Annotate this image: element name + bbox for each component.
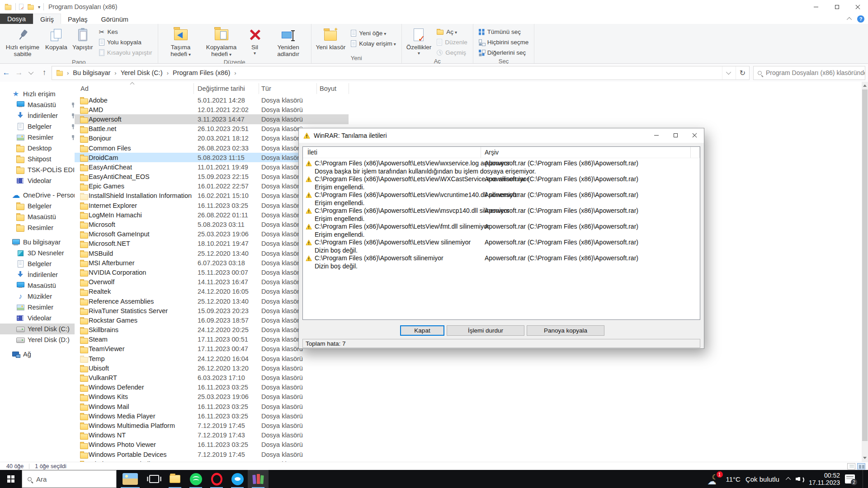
table-row[interactable]: Windows NT 7.12.2019 17:43 Dosya klasörü bbox=[75, 431, 349, 440]
sidebar-item[interactable]: İndirilenler bbox=[0, 110, 75, 121]
table-row[interactable]: Windows Portable Devices 7.12.2019 17:45… bbox=[75, 450, 349, 459]
show-desktop-button[interactable] bbox=[863, 470, 865, 488]
forward-button[interactable]: → bbox=[13, 66, 25, 80]
sidebar-item[interactable]: Resimler bbox=[0, 222, 75, 233]
large-icons-view-icon[interactable] bbox=[857, 463, 865, 469]
scroll-up-icon[interactable] bbox=[863, 84, 867, 87]
sidebar-item[interactable]: Desktop bbox=[0, 143, 75, 154]
sidebar-item[interactable]: Belgeler bbox=[0, 121, 75, 132]
sidebar-item[interactable] bbox=[0, 233, 75, 237]
copy-button[interactable]: Kopyala bbox=[43, 26, 69, 52]
sidebar-item[interactable]: OneDrive - Personal bbox=[0, 190, 75, 201]
diagnostic-message[interactable]: C:\Program Files (x86)\Apowersoft\LetsVi… bbox=[303, 223, 700, 239]
winrar-button[interactable] bbox=[248, 470, 269, 488]
new-item-button[interactable]: Yeni öğe bbox=[348, 28, 399, 38]
sidebar-item[interactable]: Yerel Disk (C:) bbox=[0, 324, 75, 334]
tray-overflow-icon[interactable] bbox=[786, 477, 791, 482]
qat-customize-caret-icon[interactable]: ▾ bbox=[38, 5, 40, 9]
sidebar-item[interactable]: 3D Nesneler bbox=[0, 248, 75, 258]
tab-home[interactable]: Giriş bbox=[33, 14, 61, 24]
table-row[interactable]: Windows Multimedia Platform 7.12.2019 17… bbox=[75, 421, 349, 430]
search-input[interactable]: Program Dosyaları (x86) klasöründe a... bbox=[753, 66, 865, 80]
rename-button[interactable]: Yeniden adlandır bbox=[269, 26, 308, 58]
invert-selection-button[interactable]: Diğerlerini seç bbox=[476, 48, 532, 57]
minimize-button[interactable] bbox=[806, 0, 826, 14]
scroll-down-icon[interactable] bbox=[863, 457, 867, 459]
open-button[interactable]: Aç bbox=[434, 27, 470, 37]
sidebar-item[interactable]: Videolar bbox=[0, 175, 75, 186]
tab-share[interactable]: Paylaş bbox=[61, 14, 94, 24]
copy-to-clipboard-button[interactable]: Panoya kopyala bbox=[527, 325, 604, 336]
delete-button[interactable]: Sil bbox=[242, 26, 268, 56]
temperature[interactable]: 11°C bbox=[726, 475, 741, 483]
action-center-icon[interactable]: 2 bbox=[845, 474, 855, 483]
sidebar-item[interactable] bbox=[0, 345, 75, 349]
stop-operation-button[interactable]: İşlemi durdur bbox=[447, 325, 524, 336]
table-row[interactable]: AMD 12.01.2021 22:02 Dosya klasörü bbox=[75, 105, 349, 114]
breadcrumb-item[interactable]: Bu bilgisayar bbox=[72, 69, 111, 76]
sidebar-item[interactable]: Belgeler bbox=[0, 201, 75, 211]
diagnostic-message[interactable]: C:\Program Files (x86)\Apowersoft\LetsVi… bbox=[303, 191, 700, 207]
weather-condition[interactable]: Çok bulutlu bbox=[745, 475, 779, 483]
back-button[interactable]: ← bbox=[0, 66, 13, 80]
refresh-icon[interactable]: ↻ bbox=[736, 66, 749, 80]
table-row[interactable]: VulkanRT 6.03.2023 17:10 Dosya klasörü bbox=[75, 373, 349, 382]
edit-button[interactable]: Düzenle bbox=[434, 38, 470, 47]
sidebar-item[interactable]: Müzikler bbox=[0, 291, 75, 302]
recent-locations-icon[interactable] bbox=[25, 66, 38, 80]
breadcrumb-item[interactable]: Yerel Disk (C:) bbox=[120, 69, 164, 76]
easy-access-button[interactable]: Kolay erişim bbox=[348, 39, 399, 48]
taskbar-search-input[interactable]: Ara bbox=[22, 470, 117, 488]
breadcrumb[interactable]: › Bu bilgisayar › Yerel Disk (C:) › Prog… bbox=[52, 66, 750, 80]
paste-shortcut-button[interactable]: Kısayolu yapıştır bbox=[96, 48, 155, 57]
cut-button[interactable]: ✂Kes bbox=[96, 27, 155, 37]
column-divider[interactable] bbox=[316, 83, 317, 94]
move-to-button[interactable]: Taşıma hedefi bbox=[161, 26, 201, 58]
close-button[interactable] bbox=[847, 0, 868, 14]
sidebar-item[interactable]: TSK-POLİS EDIT bbox=[0, 164, 75, 175]
task-view-button[interactable] bbox=[144, 470, 165, 488]
column-header-size[interactable]: Boyut bbox=[320, 85, 336, 92]
new-folder-quick-icon[interactable] bbox=[28, 4, 34, 10]
sidebar-item[interactable]: Masaüstü bbox=[0, 280, 75, 291]
sidebar-item[interactable]: Shitpost bbox=[0, 154, 75, 164]
select-all-button[interactable]: Tümünü seç bbox=[476, 27, 532, 37]
diagnostic-message[interactable]: C:\Program Files (x86)\Apowersoft\LetsVi… bbox=[303, 207, 700, 223]
vertical-scrollbar[interactable] bbox=[862, 82, 868, 462]
tab-view[interactable]: Görünüm bbox=[94, 14, 135, 24]
column-divider[interactable] bbox=[193, 83, 194, 94]
history-button[interactable]: Geçmiş bbox=[434, 48, 470, 57]
sidebar-item[interactable]: İndirilenler bbox=[0, 269, 75, 280]
ribbon-collapse-icon[interactable] bbox=[847, 17, 852, 22]
table-row[interactable]: Windows Kits 25.03.2023 19:06 Dosya klas… bbox=[75, 392, 349, 402]
message-column-header[interactable]: İleti bbox=[303, 147, 481, 158]
paste-button[interactable]: Yapıştır bbox=[70, 26, 95, 52]
diagnostic-message[interactable]: C:\Program Files (x86)\Apowersoft\LetsVi… bbox=[303, 239, 700, 254]
taskbar-clock[interactable]: 00:52 17.11.2023 bbox=[809, 472, 840, 486]
weather-icon[interactable]: ☾☁ 1 bbox=[708, 473, 721, 485]
discord-button[interactable] bbox=[227, 470, 248, 488]
dialog-close-button[interactable] bbox=[685, 128, 704, 142]
column-header-type[interactable]: Tür bbox=[261, 85, 271, 92]
table-row[interactable]: Windows Mail 16.11.2023 03:25 Dosya klas… bbox=[75, 402, 349, 411]
start-button[interactable] bbox=[0, 470, 22, 488]
table-row[interactable]: Ubisoft 26.12.2020 13:20 Dosya klasörü bbox=[75, 363, 349, 373]
maximize-button[interactable] bbox=[826, 0, 847, 14]
diagnostic-message[interactable]: C:\Program Files (x86)\Apowersoft siline… bbox=[303, 254, 700, 270]
sidebar-item[interactable]: Videolar bbox=[0, 313, 75, 324]
sidebar-item[interactable]: Ağ bbox=[0, 349, 75, 360]
details-view-icon[interactable] bbox=[847, 463, 855, 469]
column-divider[interactable] bbox=[349, 83, 349, 94]
column-header-date[interactable]: Değiştirme tarihi bbox=[198, 85, 245, 92]
table-row[interactable]: Apowersoft 3.11.2023 14:47 Dosya klasörü bbox=[75, 114, 349, 124]
table-row[interactable]: Windows Photo Viewer 16.11.2023 03:25 Do… bbox=[75, 440, 349, 450]
dialog-maximize-button[interactable] bbox=[666, 128, 685, 142]
column-divider[interactable] bbox=[259, 83, 259, 94]
opera-button[interactable] bbox=[206, 470, 227, 488]
sidebar-item[interactable]: Masaüstü bbox=[0, 99, 75, 110]
new-folder-button[interactable]: Yeni klasör bbox=[314, 26, 348, 52]
dialog-minimize-button[interactable] bbox=[647, 128, 666, 142]
properties-button[interactable]: Özellikler bbox=[405, 26, 434, 56]
table-row[interactable]: Adobe 5.01.2021 14:28 Dosya klasörü bbox=[75, 95, 349, 105]
tab-file[interactable]: Dosya bbox=[0, 14, 33, 24]
